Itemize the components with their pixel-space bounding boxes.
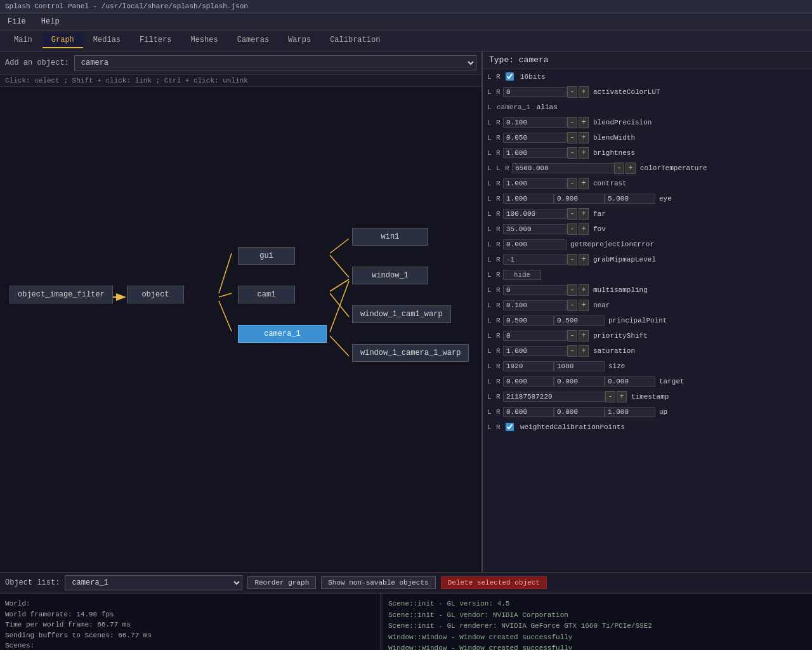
prop-plus-near[interactable]: + bbox=[579, 300, 589, 311]
prop-hide-cell[interactable]: hide bbox=[503, 270, 541, 280]
prop-r-fov[interactable]: R bbox=[494, 225, 503, 233]
prop-input-target-3[interactable] bbox=[605, 376, 655, 387]
prop-plus-grabMipmapLevel[interactable]: + bbox=[579, 254, 589, 265]
prop-plus-blendWidth[interactable]: + bbox=[579, 132, 589, 143]
prop-l-multisampling[interactable]: L bbox=[485, 286, 494, 294]
prop-r-activateColorLUT[interactable]: R bbox=[494, 88, 503, 96]
prop-r-far[interactable]: R bbox=[494, 210, 503, 218]
prop-plus-activateColorLUT[interactable]: + bbox=[579, 86, 589, 98]
add-object-select[interactable]: camera gui object window bbox=[74, 55, 476, 70]
prop-input-up-3[interactable] bbox=[605, 407, 655, 417]
prop-r-getReprojectionError[interactable]: R bbox=[494, 241, 503, 248]
node-object[interactable]: object bbox=[127, 286, 184, 303]
prop-r-colorTemperature[interactable]: R bbox=[503, 164, 512, 172]
delete-selected-button[interactable]: Delete selected object bbox=[441, 576, 547, 589]
menu-help[interactable]: Help bbox=[39, 16, 62, 27]
prop-l-weightedCalibrationPoints[interactable]: L bbox=[485, 423, 494, 431]
prop-input-timestamp[interactable] bbox=[503, 392, 605, 402]
prop-r-eye[interactable]: R bbox=[494, 195, 503, 202]
prop-minus-blendPrecision[interactable]: - bbox=[567, 117, 577, 128]
prop-l-contrast[interactable]: L bbox=[485, 180, 494, 187]
prop-minus-far[interactable]: - bbox=[567, 208, 577, 220]
object-list-select[interactable]: camera_1 bbox=[65, 575, 242, 590]
prop-input-up-2[interactable] bbox=[554, 407, 605, 417]
prop-minus-near[interactable]: - bbox=[567, 300, 577, 311]
prop-minus-contrast[interactable]: - bbox=[567, 178, 577, 189]
prop-input-blendWidth[interactable] bbox=[503, 133, 566, 143]
prop-plus-contrast[interactable]: + bbox=[579, 178, 589, 189]
prop-input-size-1[interactable] bbox=[503, 361, 554, 371]
prop-l-blendPrecision[interactable]: L bbox=[485, 119, 494, 126]
prop-minus-fov[interactable]: - bbox=[567, 223, 577, 235]
prop-checkbox-16bits[interactable] bbox=[506, 72, 514, 81]
tab-calibration[interactable]: Calibration bbox=[321, 33, 389, 48]
prop-minus-priorityShift[interactable]: - bbox=[567, 330, 577, 342]
prop-l-timestamp[interactable]: L bbox=[485, 393, 494, 401]
prop-minus-multisampling[interactable]: - bbox=[567, 284, 577, 296]
prop-input-target-1[interactable] bbox=[503, 376, 554, 387]
prop-l-up[interactable]: L bbox=[485, 408, 494, 416]
tab-meshes[interactable]: Meshes bbox=[181, 33, 226, 48]
prop-l2-colorTemperature[interactable]: L bbox=[494, 164, 503, 172]
prop-r-brightness[interactable]: R bbox=[494, 149, 503, 157]
prop-input-fov[interactable] bbox=[503, 224, 566, 234]
prop-input-eye-3[interactable] bbox=[605, 194, 655, 204]
prop-plus-priorityShift[interactable]: + bbox=[579, 330, 589, 342]
prop-r-blendPrecision[interactable]: R bbox=[494, 119, 503, 126]
prop-input-getReprojectionError[interactable] bbox=[503, 239, 566, 249]
prop-input-priorityShift[interactable] bbox=[503, 331, 566, 341]
prop-l-eye[interactable]: L bbox=[485, 195, 494, 202]
prop-input-eye-2[interactable] bbox=[554, 194, 605, 204]
prop-l-saturation[interactable]: L bbox=[485, 347, 494, 355]
node-window-1-camera-1-warp[interactable]: window_1_camera_1_warp bbox=[352, 344, 469, 362]
prop-l-near[interactable]: L bbox=[485, 302, 494, 309]
node-object-image-filter[interactable]: object_image_filter bbox=[10, 286, 113, 303]
prop-minus-brightness[interactable]: - bbox=[567, 147, 577, 159]
prop-l-size[interactable]: L bbox=[485, 362, 494, 370]
prop-l-activateColorLUT[interactable]: L bbox=[485, 88, 494, 96]
prop-input-principalPoint-1[interactable] bbox=[503, 315, 554, 326]
prop-input-activateColorLUT[interactable] bbox=[503, 87, 566, 97]
prop-l-hide[interactable]: L bbox=[485, 271, 494, 279]
prop-r-grabMipmapLevel[interactable]: R bbox=[494, 256, 503, 263]
node-camera-1[interactable]: camera_1 bbox=[238, 325, 327, 343]
prop-minus-saturation[interactable]: - bbox=[567, 345, 577, 357]
node-cam1[interactable]: cam1 bbox=[238, 286, 295, 303]
prop-input-eye-1[interactable] bbox=[503, 194, 554, 204]
prop-input-up-1[interactable] bbox=[503, 407, 554, 417]
tab-graph[interactable]: Graph bbox=[43, 33, 83, 48]
prop-l-fov[interactable]: L bbox=[485, 225, 494, 233]
prop-l-brightness[interactable]: L bbox=[485, 149, 494, 157]
tab-warps[interactable]: Warps bbox=[279, 33, 320, 48]
prop-r-hide[interactable]: R bbox=[494, 271, 503, 279]
prop-input-blendPrecision[interactable] bbox=[503, 117, 566, 128]
prop-r-principalPoint[interactable]: R bbox=[494, 317, 503, 324]
node-gui[interactable]: gui bbox=[238, 247, 295, 265]
prop-r-blendWidth[interactable]: R bbox=[494, 134, 503, 142]
prop-plus-multisampling[interactable]: + bbox=[579, 284, 589, 296]
prop-input-grabMipmapLevel[interactable] bbox=[503, 255, 566, 265]
prop-l-far[interactable]: L bbox=[485, 210, 494, 218]
menu-file[interactable]: File bbox=[5, 16, 29, 27]
tab-filters[interactable]: Filters bbox=[131, 33, 180, 48]
prop-l-blendWidth[interactable]: L bbox=[485, 134, 494, 142]
prop-plus-colorTemperature[interactable]: + bbox=[625, 162, 636, 174]
prop-r-16bits[interactable]: R bbox=[494, 73, 503, 81]
prop-input-far[interactable] bbox=[503, 209, 566, 219]
prop-r-near[interactable]: R bbox=[494, 302, 503, 309]
prop-l-16bits[interactable]: L bbox=[485, 73, 494, 81]
prop-input-target-2[interactable] bbox=[554, 376, 605, 387]
prop-r-weightedCalibrationPoints[interactable]: R bbox=[494, 423, 503, 431]
prop-input-multisampling[interactable] bbox=[503, 285, 566, 295]
prop-plus-fov[interactable]: + bbox=[579, 223, 589, 235]
node-window-1-cam1-warp[interactable]: window_1_cam1_warp bbox=[352, 305, 451, 323]
prop-r-priorityShift[interactable]: R bbox=[494, 332, 503, 340]
prop-minus-blendWidth[interactable]: - bbox=[567, 132, 577, 143]
reorder-graph-button[interactable]: Reorder graph bbox=[247, 576, 316, 589]
tab-medias[interactable]: Medias bbox=[84, 33, 129, 48]
prop-r-saturation[interactable]: R bbox=[494, 347, 503, 355]
prop-input-brightness[interactable] bbox=[503, 148, 566, 158]
prop-l-getReprojectionError[interactable]: L bbox=[485, 241, 494, 248]
prop-input-size-2[interactable] bbox=[554, 361, 605, 371]
prop-l-priorityShift[interactable]: L bbox=[485, 332, 494, 340]
